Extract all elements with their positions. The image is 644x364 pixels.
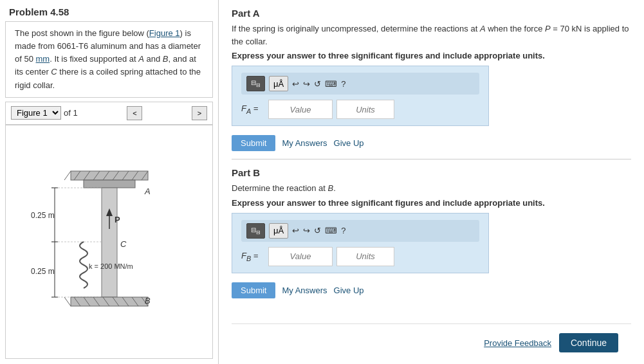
spring — [80, 242, 87, 288]
refresh-icon-a[interactable]: ↺ — [314, 79, 321, 89]
part-b-value-input[interactable] — [268, 247, 333, 266]
part-a-my-answers-link[interactable]: My Answers — [282, 138, 327, 148]
nav-next-button[interactable]: > — [192, 106, 207, 120]
problem-description: The post shown in the figure below (Figu… — [5, 21, 213, 98]
undo-icon-b[interactable]: ↩ — [292, 226, 299, 235]
label-a: A — [144, 187, 151, 196]
figure-select[interactable]: Figure 1 — [11, 106, 61, 120]
desc-text-1: The post shown in the figure below ( — [15, 28, 149, 38]
figure-area: A 0.25 m P C k = 200 MN/m — [5, 125, 213, 359]
matrix-icon-button-b[interactable]: ⊟⊟ — [246, 223, 265, 239]
nav-prev-button[interactable]: < — [127, 106, 142, 120]
part-b-submit-button[interactable]: Submit — [232, 282, 275, 298]
part-b-action-row: Submit My Answers Give Up — [232, 282, 631, 298]
matrix-icon-button-a[interactable]: ⊟⊟ — [246, 76, 265, 91]
redo-icon-a[interactable]: ↪ — [303, 79, 310, 89]
part-a-submit-button[interactable]: Submit — [232, 135, 275, 151]
svg-rect-11 — [102, 188, 117, 297]
figure-link[interactable]: Figure 1 — [149, 28, 180, 38]
section-divider — [232, 159, 631, 159]
dim-top: 0.25 m — [31, 211, 55, 220]
label-b: B — [145, 296, 151, 305]
svg-line-20 — [64, 297, 71, 306]
part-b-my-answers-link[interactable]: My Answers — [282, 286, 327, 295]
label-p: P — [115, 215, 120, 224]
dim-bottom: 0.25 m — [31, 267, 55, 276]
keyboard-icon-a[interactable]: ⌨ — [325, 79, 337, 89]
svg-rect-0 — [71, 171, 148, 180]
svg-rect-19 — [71, 297, 148, 306]
continue-button[interactable]: Continue — [559, 333, 618, 352]
part-b-description: Determine the reaction at B. — [232, 182, 631, 195]
matrix-icon-b: ⊟⊟ — [251, 226, 261, 235]
bottom-bar: Provide Feedback Continue — [232, 323, 631, 358]
mu-label-b: μÅ — [273, 226, 284, 235]
figure-svg: A 0.25 m P C k = 200 MN/m — [19, 165, 199, 319]
redo-icon-b[interactable]: ↪ — [303, 226, 310, 235]
svg-rect-10 — [84, 180, 135, 188]
problem-title: Problem 4.58 — [0, 0, 218, 21]
right-panel: Part A If the spring is originally uncom… — [219, 0, 644, 364]
part-b-label: FB = — [241, 251, 264, 262]
part-b-section: Part B Determine the reaction at B. Expr… — [232, 167, 631, 298]
part-a-description: If the spring is originally uncompressed… — [232, 23, 631, 48]
provide-feedback-link[interactable]: Provide Feedback — [484, 338, 551, 348]
svg-line-1 — [64, 171, 71, 180]
left-panel: Problem 4.58 The post shown in the figur… — [0, 0, 219, 364]
undo-icon-a[interactable]: ↩ — [292, 79, 299, 89]
part-a-give-up-link[interactable]: Give Up — [334, 138, 364, 148]
part-a-label: FA = — [241, 104, 264, 115]
part-a-answer-box: ⊟⊟ μÅ ↩ ↪ ↺ ⌨ ? FA = — [232, 66, 489, 126]
part-b-give-up-link[interactable]: Give Up — [334, 286, 364, 295]
part-a-value-input[interactable] — [268, 100, 333, 119]
keyboard-icon-b[interactable]: ⌨ — [325, 226, 337, 235]
part-b-units-input[interactable] — [336, 247, 394, 266]
part-b-toolbar: ⊟⊟ μÅ ↩ ↪ ↺ ⌨ ? — [241, 220, 479, 242]
part-b-answer-box: ⊟⊟ μÅ ↩ ↪ ↺ ⌨ ? FB = — [232, 213, 489, 273]
part-b-input-row: FB = — [241, 247, 479, 266]
part-b-instruction: Express your answer to three significant… — [232, 198, 631, 208]
spring-constant: k = 200 MN/m — [89, 262, 133, 270]
part-b-title: Part B — [232, 167, 631, 178]
part-a-action-row: Submit My Answers Give Up — [232, 135, 631, 151]
refresh-icon-b[interactable]: ↺ — [314, 226, 321, 235]
figure-controls: Figure 1 of 1 < > — [5, 102, 213, 125]
figure-of-label: of 1 — [64, 108, 78, 118]
help-icon-b[interactable]: ? — [341, 226, 345, 235]
matrix-icon-a: ⊟⊟ — [251, 79, 261, 88]
mu-button-b[interactable]: μÅ — [269, 223, 288, 239]
help-icon-a[interactable]: ? — [341, 79, 345, 89]
part-a-input-row: FA = — [241, 100, 479, 119]
part-a-section: Part A If the spring is originally uncom… — [232, 8, 631, 151]
part-a-title: Part A — [232, 8, 631, 19]
part-a-toolbar: ⊟⊟ μÅ ↩ ↪ ↺ ⌨ ? — [241, 73, 479, 95]
mu-label-a: μÅ — [273, 79, 284, 89]
part-a-instruction: Express your answer to three significant… — [232, 51, 631, 60]
part-a-units-input[interactable] — [336, 100, 394, 119]
label-c: C — [120, 239, 127, 249]
mu-button-a[interactable]: μÅ — [269, 76, 288, 91]
